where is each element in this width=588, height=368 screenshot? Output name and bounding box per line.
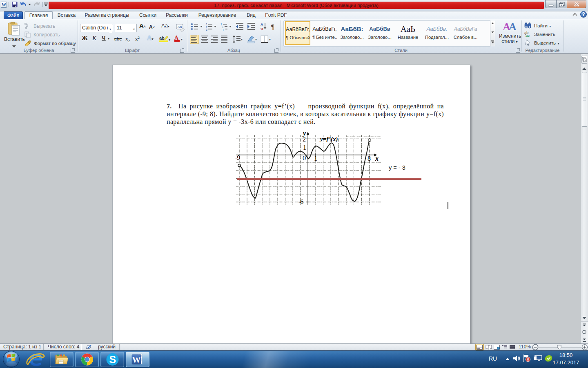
svg-text:W: W	[132, 355, 141, 365]
svg-text:S: S	[109, 354, 116, 365]
svg-text:x: x	[375, 155, 379, 162]
svg-text:1: 1	[314, 155, 317, 162]
svg-text:-9: -9	[235, 154, 240, 161]
svg-text:y=f’(x): y=f’(x)	[319, 136, 338, 143]
svg-text:0: 0	[303, 155, 306, 162]
svg-text:-6: -6	[298, 198, 303, 205]
svg-text:1: 1	[303, 144, 306, 151]
svg-text:ac: ac	[526, 34, 530, 37]
svg-text:8: 8	[368, 155, 371, 162]
svg-text:2: 2	[303, 136, 306, 143]
